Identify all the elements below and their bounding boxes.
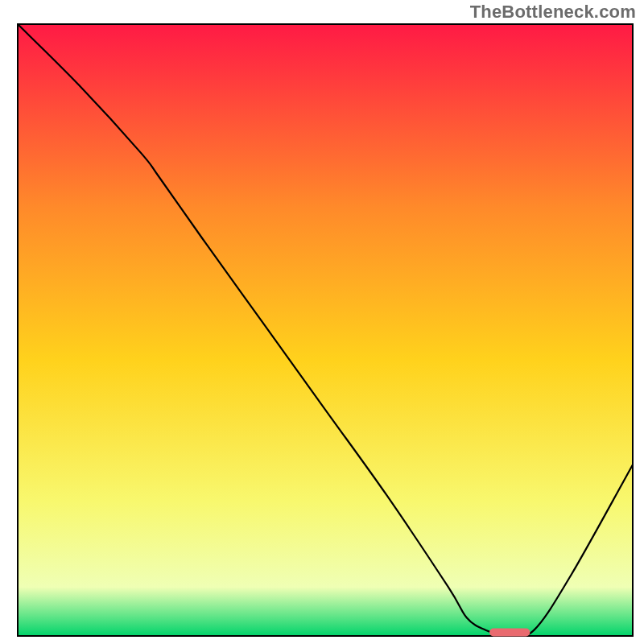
minimum-marker bbox=[489, 628, 530, 636]
bottleneck-chart bbox=[0, 0, 644, 644]
gradient-background bbox=[18, 24, 633, 636]
chart-stage: TheBottleneck.com bbox=[0, 0, 644, 644]
